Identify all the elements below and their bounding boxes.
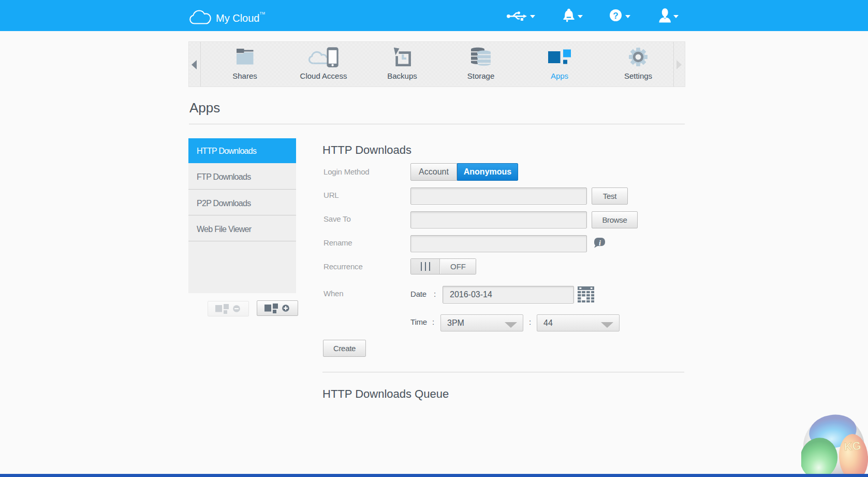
svg-text:i: i <box>599 239 601 247</box>
svg-text:?: ? <box>613 11 618 21</box>
svg-text:KG: KG <box>844 439 862 453</box>
